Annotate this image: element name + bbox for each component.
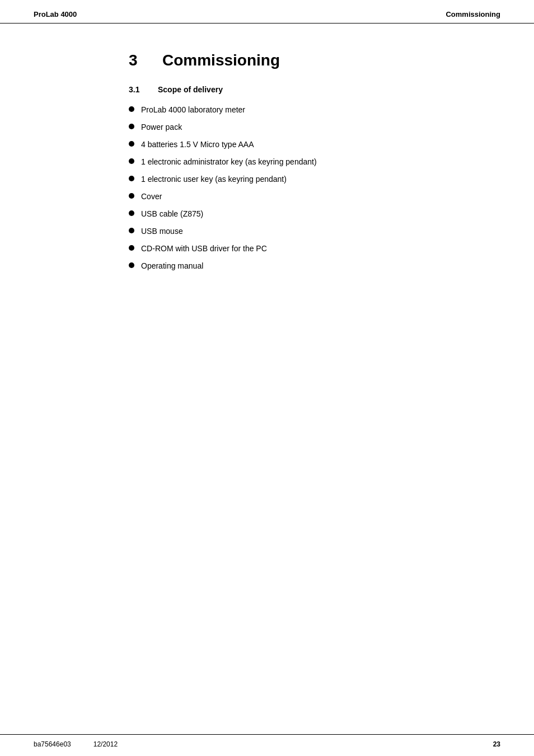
chapter-number: 3 [129, 51, 149, 69]
list-item-text: Operating manual [141, 260, 203, 272]
footer-doc-id: ba75646e03 [34, 740, 71, 748]
list-item: Cover [129, 191, 500, 203]
list-item: Operating manual [129, 260, 500, 272]
header-right: Commissioning [446, 10, 500, 18]
bullet-dot-icon [129, 124, 134, 129]
list-item-text: USB mouse [141, 226, 183, 237]
list-item: USB mouse [129, 226, 500, 237]
list-item-text: USB cable (Z875) [141, 208, 203, 220]
bullet-dot-icon [129, 210, 134, 216]
list-item: 1 electronic administrator key (as keyri… [129, 156, 500, 168]
list-item: ProLab 4000 laboratory meter [129, 104, 500, 116]
bullet-list: ProLab 4000 laboratory meterPower pack4 … [129, 104, 500, 272]
list-item-text: 4 batteries 1.5 V Micro type AAA [141, 139, 254, 151]
list-item: 4 batteries 1.5 V Micro type AAA [129, 139, 500, 151]
bullet-dot-icon [129, 158, 134, 164]
bullet-dot-icon [129, 106, 134, 112]
header-left: ProLab 4000 [34, 10, 77, 18]
list-item-text: 1 electronic user key (as keyring pendan… [141, 173, 287, 185]
list-item-text: Cover [141, 191, 162, 203]
chapter-title: Commissioning [162, 51, 280, 69]
bullet-dot-icon [129, 262, 134, 268]
footer-page-number: 23 [493, 740, 500, 748]
list-item-text: Power pack [141, 121, 182, 133]
chapter-heading: 3 Commissioning [129, 51, 500, 69]
bullet-dot-icon [129, 176, 134, 181]
page-header: ProLab 4000 Commissioning [0, 0, 534, 24]
footer-date: 12/2012 [93, 740, 118, 748]
bullet-dot-icon [129, 228, 134, 233]
list-item: 1 electronic user key (as keyring pendan… [129, 173, 500, 185]
list-item-text: CD-ROM with USB driver for the PC [141, 243, 267, 255]
list-item: USB cable (Z875) [129, 208, 500, 220]
section-title: Scope of delivery [158, 85, 223, 94]
main-content: 3 Commissioning 3.1 Scope of delivery Pr… [0, 24, 534, 311]
list-item-text: 1 electronic administrator key (as keyri… [141, 156, 317, 168]
bullet-dot-icon [129, 193, 134, 199]
list-item: Power pack [129, 121, 500, 133]
bullet-dot-icon [129, 141, 134, 147]
bullet-dot-icon [129, 245, 134, 251]
page-container: ProLab 4000 Commissioning 3 Commissionin… [0, 0, 534, 756]
section-heading: 3.1 Scope of delivery [129, 85, 500, 94]
page-footer: ba75646e03 12/2012 23 [0, 734, 534, 756]
list-item-text: ProLab 4000 laboratory meter [141, 104, 245, 116]
section-number: 3.1 [129, 85, 149, 94]
list-item: CD-ROM with USB driver for the PC [129, 243, 500, 255]
